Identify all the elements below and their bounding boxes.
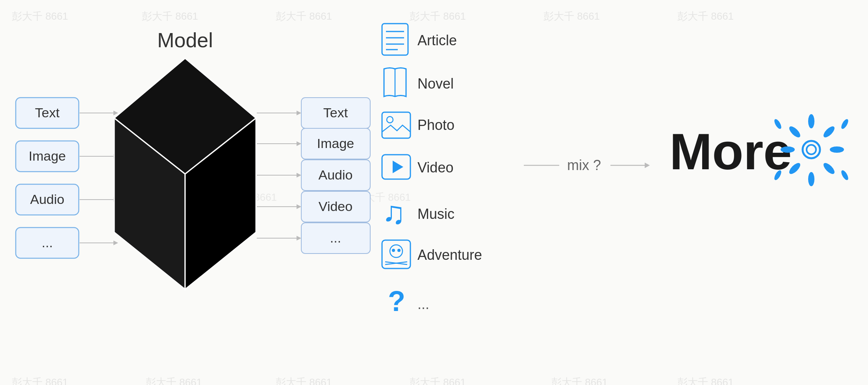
svg-point-57 bbox=[822, 161, 836, 176]
more-title: More bbox=[670, 123, 792, 180]
svg-text:彭大千 8661: 彭大千 8661 bbox=[142, 10, 198, 22]
svg-text:彭大千 8661: 彭大千 8661 bbox=[276, 10, 332, 22]
svg-point-59 bbox=[781, 146, 795, 153]
content-type-novel: Novel bbox=[384, 68, 454, 97]
svg-text:♫: ♫ bbox=[382, 195, 406, 230]
svg-text:?: ? bbox=[388, 285, 405, 317]
content-type-article: Article bbox=[382, 24, 457, 55]
svg-text:彭大千 8661: 彭大千 8661 bbox=[12, 10, 68, 22]
svg-point-55 bbox=[822, 125, 836, 139]
svg-marker-27 bbox=[297, 173, 301, 178]
svg-point-63 bbox=[840, 118, 849, 130]
output-label-text: Text bbox=[323, 105, 348, 120]
content-type-video: Video bbox=[382, 155, 453, 179]
svg-point-39 bbox=[387, 117, 393, 123]
svg-marker-41 bbox=[393, 161, 403, 173]
content-type-music: ♫ Music bbox=[382, 195, 454, 230]
svg-point-54 bbox=[807, 145, 816, 154]
content-label-adventure: Adventure bbox=[417, 247, 482, 263]
svg-rect-32 bbox=[382, 24, 408, 55]
content-type-adventure: Adventure bbox=[382, 240, 482, 268]
content-label-question: ... bbox=[417, 296, 429, 312]
svg-text:彭大千 8661: 彭大千 8661 bbox=[677, 376, 734, 385]
svg-marker-31 bbox=[297, 236, 301, 241]
svg-text:彭大千 8661: 彭大千 8661 bbox=[276, 376, 332, 385]
content-label-video: Video bbox=[417, 159, 453, 176]
mix-label: mix ? bbox=[567, 157, 601, 173]
content-type-question: ? ... bbox=[388, 285, 429, 317]
input-label-more: ... bbox=[42, 235, 53, 250]
svg-marker-29 bbox=[297, 204, 301, 209]
svg-text:彭大千 8661: 彭大千 8661 bbox=[12, 376, 68, 385]
svg-point-46 bbox=[397, 249, 401, 252]
input-label-image: Image bbox=[29, 148, 66, 163]
svg-point-53 bbox=[803, 141, 820, 158]
content-label-novel: Novel bbox=[417, 76, 454, 92]
content-label-article: Article bbox=[417, 32, 457, 48]
svg-point-62 bbox=[808, 172, 814, 186]
input-label-text: Text bbox=[35, 105, 60, 120]
svg-text:彭大千 8661: 彭大千 8661 bbox=[410, 10, 466, 22]
output-label-audio: Audio bbox=[319, 167, 353, 182]
model-title: Model bbox=[157, 29, 213, 52]
svg-marker-52 bbox=[645, 163, 650, 168]
output-label-image: Image bbox=[317, 136, 354, 151]
svg-text:彭大千 8661: 彭大千 8661 bbox=[551, 376, 608, 385]
svg-marker-23 bbox=[297, 111, 301, 115]
output-label-video: Video bbox=[319, 199, 352, 214]
svg-point-56 bbox=[830, 146, 844, 153]
content-label-photo: Photo bbox=[417, 117, 454, 133]
content-label-music: Music bbox=[417, 206, 454, 222]
svg-point-45 bbox=[392, 249, 395, 252]
svg-point-64 bbox=[840, 169, 849, 181]
input-label-audio: Audio bbox=[30, 192, 65, 207]
svg-rect-38 bbox=[382, 112, 410, 138]
svg-text:彭大千 8661: 彭大千 8661 bbox=[146, 376, 202, 385]
svg-marker-21 bbox=[113, 241, 118, 245]
svg-point-61 bbox=[808, 114, 814, 128]
svg-point-44 bbox=[390, 245, 402, 257]
svg-text:彭大千 8661: 彭大千 8661 bbox=[677, 10, 734, 22]
svg-text:彭大千 8661: 彭大千 8661 bbox=[410, 376, 466, 385]
content-type-photo: Photo bbox=[382, 112, 454, 138]
svg-text:彭大千 8661: 彭大千 8661 bbox=[543, 10, 600, 22]
svg-marker-25 bbox=[297, 141, 301, 146]
output-label-more: ... bbox=[330, 230, 341, 245]
